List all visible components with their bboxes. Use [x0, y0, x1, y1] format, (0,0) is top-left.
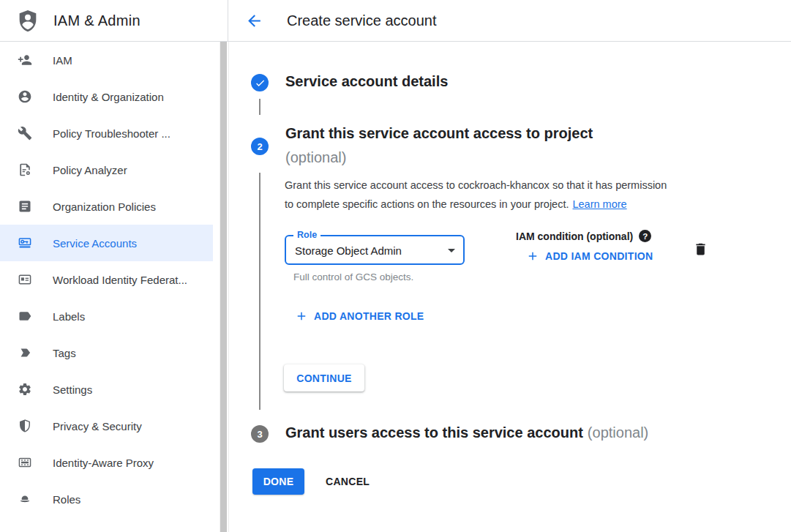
plus-icon [526, 250, 539, 263]
person-add-icon [18, 53, 32, 67]
sidebar-item-settings[interactable]: Settings [0, 371, 213, 408]
sidebar-item-iam[interactable]: IAM [0, 42, 213, 78]
hat-icon [18, 492, 32, 506]
step2-optional-label: (optional) [285, 149, 346, 166]
add-iam-condition-button[interactable]: ADD IAM CONDITION [526, 249, 653, 263]
sidebar-nav: IAM Identity & Organization Policy Troub… [0, 42, 213, 517]
done-button[interactable]: DONE [252, 468, 304, 495]
description-line1: Grant this service account access to coc… [285, 176, 724, 195]
description-line2: to complete specific actions on the reso… [285, 195, 724, 214]
iam-condition-label: IAM condition (optional) [516, 231, 633, 242]
iam-condition-header: IAM condition (optional) ? [516, 230, 651, 242]
learn-more-link[interactable]: Learn more [572, 198, 626, 210]
content-divider [228, 42, 229, 532]
label-icon [18, 309, 32, 323]
sidebar-item-service-accounts[interactable]: Service Accounts [0, 225, 213, 261]
policy-analyzer-icon [18, 162, 32, 177]
step2-description: Grant this service account access to coc… [285, 176, 724, 214]
dropdown-arrow-icon [443, 241, 460, 259]
delete-role-button[interactable] [691, 239, 709, 258]
help-icon[interactable]: ? [639, 230, 651, 242]
back-arrow-icon [245, 12, 263, 30]
stepper-connector [259, 99, 260, 115]
stepper-connector [259, 173, 260, 410]
step3-indicator: 3 [251, 425, 269, 443]
back-button[interactable] [244, 10, 264, 31]
step3-optional-label: (optional) [588, 424, 648, 441]
proxy-icon [18, 455, 32, 470]
sidebar-item-identity-organization[interactable]: Identity & Organization [0, 78, 213, 115]
step2-number: 2 [257, 141, 262, 152]
sidebar-item-workload-identity-federation[interactable]: Workload Identity Federat... [0, 261, 213, 298]
role-field-label: Role [293, 230, 320, 240]
step1-title: Service account details [285, 73, 448, 90]
step3-number: 3 [257, 429, 262, 440]
continue-button[interactable]: CONTINUE [284, 364, 364, 391]
sidebar-item-tags[interactable]: Tags [0, 334, 213, 371]
step1-indicator [251, 74, 269, 91]
role-selected-value: Storage Object Admin [295, 244, 402, 256]
card-icon [18, 272, 32, 287]
step3-title: Grant users access to this service accou… [285, 424, 648, 441]
cancel-button[interactable]: CANCEL [314, 468, 381, 495]
sidebar-scrollbar[interactable] [220, 42, 227, 532]
role-select[interactable]: Role Storage Object Admin [285, 235, 465, 265]
step2-title: Grant this service account access to pro… [285, 125, 593, 142]
service-account-key-icon [18, 236, 32, 250]
shield-icon [18, 419, 32, 433]
sidebar-item-identity-aware-proxy[interactable]: Identity-Aware Proxy [0, 444, 213, 481]
sidebar-item-organization-policies[interactable]: Organization Policies [0, 188, 213, 225]
article-icon [18, 199, 32, 214]
page-title: Create service account [287, 0, 437, 41]
iam-shield-logo-icon [16, 9, 40, 32]
wrench-icon [18, 126, 32, 141]
iam-admin-console: IAM & Admin Create service account IAM I… [0, 0, 791, 532]
top-header: IAM & Admin Create service account [0, 0, 791, 42]
sidebar-item-policy-analyzer[interactable]: Policy Analyzer [0, 151, 213, 188]
trash-icon [693, 241, 708, 258]
plus-icon [295, 310, 308, 323]
app-title: IAM & Admin [53, 12, 140, 29]
sidebar-item-privacy-security[interactable]: Privacy & Security [0, 408, 213, 444]
check-icon [255, 78, 266, 89]
gear-icon [18, 382, 32, 397]
add-another-role-button[interactable]: ADD ANOTHER ROLE [295, 309, 424, 323]
sidebar-item-roles[interactable]: Roles [0, 481, 213, 517]
app-header: IAM & Admin [0, 0, 228, 41]
sidebar-item-policy-troubleshooter[interactable]: Policy Troubleshooter ... [0, 115, 213, 151]
role-helper-text: Full control of GCS objects. [293, 271, 413, 282]
account-circle-icon [18, 89, 32, 104]
step2-indicator: 2 [251, 138, 269, 155]
sidebar-item-labels[interactable]: Labels [0, 298, 213, 334]
tag-icon [18, 345, 32, 360]
